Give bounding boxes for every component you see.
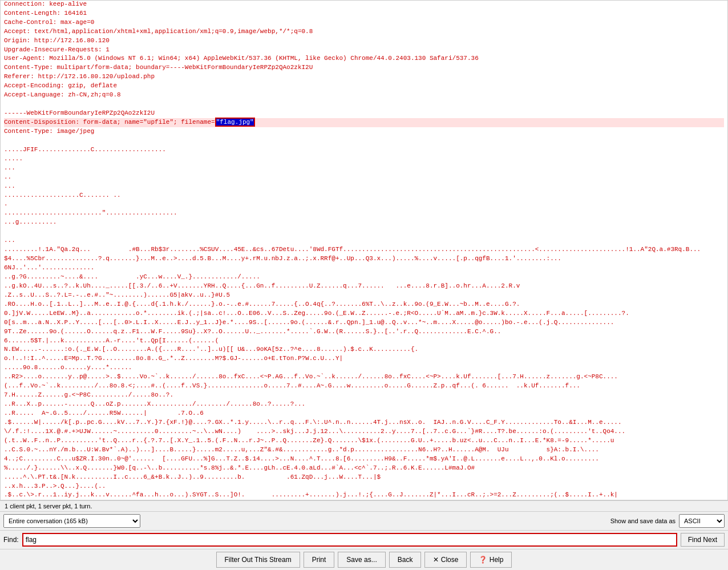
- encoding-select[interactable]: ASCIIHexRaw: [679, 514, 725, 528]
- help-button[interactable]: ❓ Help: [470, 552, 512, 568]
- find-input[interactable]: [22, 533, 677, 547]
- status-bar: 1 client pkt, 1 server pkt, 1 turn.: [0, 500, 728, 511]
- conversation-select[interactable]: Entire conversation (165 kB): [3, 514, 140, 528]
- filter-out-button[interactable]: Filter Out This Stream: [216, 552, 300, 568]
- controls-bar: Entire conversation (165 kB) Show and sa…: [0, 511, 728, 530]
- bottom-bar: Filter Out This Stream Print Save as... …: [0, 549, 728, 570]
- content-text: POST /upload.php HTTP/1.1 Host: 172.16.8…: [4, 0, 724, 500]
- find-bar: Find: Find Next: [0, 530, 728, 549]
- status-text: 1 client pkt, 1 server pkt, 1 turn.: [5, 503, 92, 510]
- find-next-button[interactable]: Find Next: [681, 533, 725, 547]
- find-label: Find:: [3, 536, 19, 544]
- show-save-label: Show and save data as: [610, 518, 676, 524]
- save-as-button[interactable]: Save as...: [338, 552, 385, 568]
- close-button[interactable]: ✕ Close: [424, 552, 467, 568]
- back-button[interactable]: Back: [389, 552, 422, 568]
- packet-content[interactable]: POST /upload.php HTTP/1.1 Host: 172.16.8…: [0, 0, 728, 500]
- print-button[interactable]: Print: [304, 552, 335, 568]
